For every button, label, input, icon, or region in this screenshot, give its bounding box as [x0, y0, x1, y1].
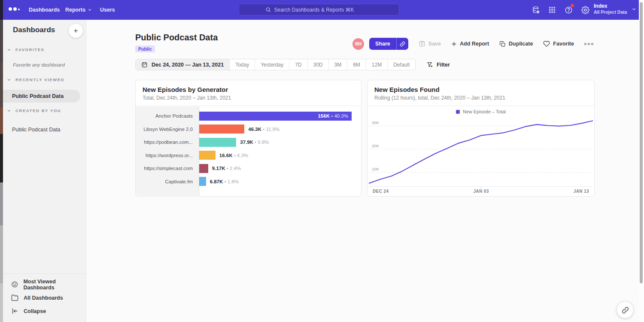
save-icon — [419, 40, 425, 47]
bar-row[interactable]: https://wordpress.or...16.6K • 4.3% — [136, 149, 361, 162]
collapse-icon — [11, 307, 18, 315]
x-tick-label: JAN 13 — [574, 189, 589, 194]
share-button[interactable]: Share — [369, 38, 396, 50]
bar-row[interactable]: Anchor Podcasts156K • 40.3% — [136, 109, 361, 123]
project-subtitle: All Project Data — [594, 9, 627, 15]
most-viewed-dashboards-button[interactable]: Most Viewed Dashboards — [3, 278, 86, 291]
sidebar-item-label: Public Podcast Data — [12, 93, 64, 99]
bar[interactable] — [199, 177, 206, 186]
global-search[interactable] — [239, 4, 399, 15]
bar[interactable] — [199, 151, 216, 160]
chevron-down-icon — [632, 7, 636, 12]
project-switcher[interactable]: Index All Project Data — [594, 3, 636, 15]
date-range-label: Dec 24, 2020 — Jan 13, 2021 — [152, 62, 224, 68]
collapse-sidebar-button[interactable]: Collapse — [3, 304, 86, 318]
x-axis-line — [369, 186, 593, 187]
sidebar-item-label: Public Podcast Data — [12, 127, 61, 133]
bar-row[interactable]: https://simplecast.com9.17K • 2.4% — [136, 162, 361, 175]
y-tick-label: 30K — [372, 120, 379, 125]
preset-yesterday[interactable]: Yesterday — [255, 59, 289, 70]
sidebar-item-public-podcast-data[interactable]: Public Podcast Data — [3, 90, 80, 103]
favorite-button[interactable]: Favorite — [543, 40, 574, 47]
bar-category-label: Captivate.fm — [136, 179, 199, 184]
help-icon[interactable] — [564, 5, 573, 15]
section-favorites-label: FAVORITES — [15, 47, 45, 52]
bar-track: 46.3K • 11.9% — [199, 125, 361, 134]
line-chart-plot: 10K20K30K — [369, 117, 593, 186]
more-options-button[interactable] — [584, 43, 593, 45]
nav-users[interactable]: Users — [100, 0, 115, 20]
plus-icon: + — [74, 27, 78, 35]
background-window-edge — [0, 0, 3, 322]
avatar[interactable]: RH — [352, 38, 364, 50]
horizontal-bar-chart: Anchor Podcasts156K • 40.3%Libsyn WebEng… — [136, 106, 361, 196]
line-chart-svg — [369, 117, 593, 187]
date-controls: Dec 24, 2020 — Jan 13, 2021 Today Yester… — [135, 59, 450, 70]
add-report-label: Add Report — [460, 41, 489, 47]
line-chart-card[interactable]: New Episodes Found Rolling (12 hours), t… — [367, 80, 595, 197]
bar-category-label: Libsyn WebEngine 2.0 — [136, 127, 199, 132]
nav-dashboards[interactable]: Dashboards — [29, 0, 60, 20]
heart-icon — [543, 40, 550, 47]
all-dashboards-button[interactable]: All Dashboards — [3, 291, 86, 304]
link-icon — [400, 41, 405, 47]
section-created-by-you[interactable]: CREATED BY YOU — [3, 108, 61, 113]
sidebar-item-public-podcast-data-created[interactable]: Public Podcast Data — [3, 123, 80, 136]
preset-30d[interactable]: 30D — [308, 59, 329, 70]
mixpanel-logo-icon[interactable] — [9, 7, 20, 11]
filter-button[interactable]: Filter — [427, 61, 450, 68]
bar[interactable] — [199, 138, 236, 147]
preset-12m[interactable]: 12M — [366, 59, 388, 70]
chevron-down-icon — [7, 48, 11, 52]
apps-grid-icon[interactable] — [547, 5, 557, 15]
data-management-icon[interactable] — [531, 5, 541, 15]
duplicate-button[interactable]: Duplicate — [499, 41, 533, 47]
add-dashboard-button[interactable]: + — [69, 24, 83, 38]
top-navbar: Dashboards Reports Users — [3, 0, 639, 20]
bar-category-label: https://podbean.com... — [136, 140, 199, 145]
bar-category-label: https://simplecast.com — [136, 166, 199, 171]
chevron-down-icon — [88, 8, 92, 12]
preset-default[interactable]: Default — [388, 59, 415, 70]
section-favorites[interactable]: FAVORITES — [3, 47, 45, 52]
preset-7d[interactable]: 7D — [289, 59, 307, 70]
save-button[interactable]: Save — [419, 40, 441, 47]
chevron-down-icon — [7, 109, 11, 113]
add-report-button[interactable]: Add Report — [451, 41, 489, 47]
card-subtitle: Rolling (12 hours), total, Dec 24th, 202… — [374, 95, 587, 101]
search-input[interactable] — [274, 7, 373, 13]
preset-3m[interactable]: 3M — [329, 59, 348, 70]
bar-value-label: 46.3K • 11.9% — [248, 127, 279, 132]
project-name: Index — [594, 3, 627, 9]
x-tick-label: DEC 24 — [373, 189, 389, 194]
scrollbar-thumb[interactable] — [640, 2, 643, 283]
bar-row[interactable]: Libsyn WebEngine 2.046.3K • 11.9% — [136, 123, 361, 136]
date-range-segmented-control: Dec 24, 2020 — Jan 13, 2021 Today Yester… — [135, 59, 416, 70]
dashboard-actions: RH Share Save Add Report Duplicate Favor… — [352, 38, 593, 50]
copy-link-button[interactable] — [396, 38, 408, 50]
share-split-button[interactable]: Share — [369, 38, 408, 50]
share-label: Share — [375, 41, 390, 47]
bar[interactable] — [199, 164, 208, 173]
folder-icon — [11, 294, 18, 301]
bar-value-label: 156K • 40.3% — [318, 113, 348, 118]
page-scrollbar[interactable] — [639, 0, 644, 322]
bar[interactable]: 156K • 40.3% — [199, 112, 352, 121]
x-axis-tick — [481, 187, 481, 188]
preset-6m[interactable]: 6M — [347, 59, 366, 70]
section-recently-viewed[interactable]: RECENTLY VIEWED — [3, 77, 64, 82]
preset-today[interactable]: Today — [230, 59, 255, 70]
bar-chart-card[interactable]: New Episodes by Generator Total, Dec 24t… — [135, 80, 361, 197]
line-series[interactable] — [369, 121, 593, 183]
bar-track: 156K • 40.3% — [199, 112, 361, 121]
bar-row[interactable]: https://podbean.com...37.9K • 9.8% — [136, 136, 361, 149]
search-icon — [265, 7, 271, 12]
bar-row[interactable]: Captivate.fm6.87K • 1.8% — [136, 175, 361, 188]
card-subtitle: Total, Dec 24th, 2020 – Jan 13th, 2021 — [143, 95, 354, 101]
settings-gear-icon[interactable] — [580, 5, 590, 15]
bar-value-label: 9.17K • 2.4% — [212, 166, 241, 171]
bar[interactable] — [199, 125, 244, 134]
date-range-picker[interactable]: Dec 24, 2020 — Jan 13, 2021 — [136, 59, 230, 70]
floating-copy-link-button[interactable] — [617, 302, 633, 318]
nav-reports[interactable]: Reports — [65, 0, 92, 20]
